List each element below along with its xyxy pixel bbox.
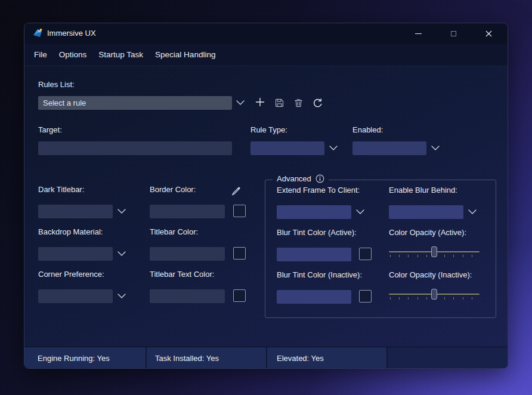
advanced-group-header: Advanced [273,174,329,183]
menu-bar: File Options Startup Task Special Handli… [24,44,508,66]
status-engine: Engine Running: Yes [24,347,146,369]
chevron-down-icon[interactable] [468,209,477,214]
titlebar-color-swatch[interactable] [233,247,246,260]
chevron-down-icon[interactable] [329,146,338,150]
slider-thumb[interactable] [431,289,437,300]
trash-icon [293,98,304,108]
close-icon [485,30,492,37]
menu-options[interactable]: Options [53,44,93,66]
status-spacer [388,347,508,369]
corner-preference-label: Corner Preference: [38,270,104,279]
info-icon[interactable] [316,174,324,183]
chevron-down-icon[interactable] [117,251,126,256]
titlebar: Immersive UX [24,23,508,44]
border-color-label: Border Color: [150,185,196,194]
eyedropper-button[interactable] [230,186,241,196]
rules-combobox[interactable]: Select a rule [38,96,232,110]
save-rule-button[interactable] [274,97,284,108]
maximize-icon [451,31,456,36]
chevron-down-icon[interactable] [117,294,126,298]
opacity-inactive-label: Color Opacity (Inactive): [389,270,472,279]
opacity-active-slider[interactable] [389,246,480,259]
delete-rule-button[interactable] [293,97,304,108]
rules-list-label: Rules List: [38,80,75,89]
opacity-inactive-slider[interactable] [389,288,480,301]
blur-tint-active-swatch[interactable] [359,248,372,260]
chevron-down-icon[interactable] [431,146,440,150]
enable-blur-select[interactable] [389,205,463,219]
blur-tint-inactive-input[interactable] [277,290,351,304]
menu-file[interactable]: File [28,44,53,66]
backdrop-material-select[interactable] [38,247,113,261]
enable-blur-label: Enable Blur Behind: [389,186,457,195]
refresh-icon [313,98,323,108]
dark-titlebar-select[interactable] [38,205,113,218]
status-elevated: Elevated: Yes [267,347,386,369]
close-button[interactable] [475,23,502,44]
target-label: Target: [38,125,62,134]
extend-frame-label: Extend Frame To Client: [277,186,360,195]
refresh-rules-button[interactable] [312,97,323,108]
status-task: Task Installed: Yes [147,347,266,369]
plus-icon [255,97,265,107]
enabled-select[interactable] [352,141,426,155]
add-rule-button[interactable] [255,97,265,107]
rule-type-label: Rule Type: [250,125,287,134]
border-color-swatch[interactable] [233,205,246,217]
enabled-label: Enabled: [352,125,383,134]
minimize-icon [415,33,422,34]
blur-tint-inactive-swatch[interactable] [359,290,372,303]
chevron-down-icon[interactable] [117,209,126,214]
chevron-down-icon[interactable] [236,100,245,105]
corner-preference-select[interactable] [38,289,113,303]
chevron-down-icon[interactable] [356,209,364,214]
rule-type-select[interactable] [250,141,324,155]
dark-titlebar-label: Dark Titlebar: [38,185,84,194]
save-icon [274,98,284,108]
menu-special-handling[interactable]: Special Handling [149,44,221,66]
titlebar-text-color-swatch[interactable] [233,289,246,302]
backdrop-material-label: Backdrop Material: [38,227,103,236]
status-bar: Engine Running: Yes Task Installed: Yes … [24,347,508,369]
maximize-button[interactable] [440,23,467,44]
window-title: Immersive UX [47,23,96,44]
titlebar-color-input[interactable] [150,247,225,261]
slider-thumb[interactable] [431,246,437,257]
opacity-active-label: Color Opacity (Active): [389,228,466,237]
eyedropper-icon [231,186,241,196]
blur-tint-inactive-label: Blur Tint Color (Inactive): [277,270,362,279]
titlebar-text-color-input[interactable] [150,289,225,303]
app-window: Immersive UX File Options Startup Task S… [24,23,508,369]
minimize-button[interactable] [404,23,432,44]
blur-tint-active-label: Blur Tint Color (Active): [277,228,357,237]
titlebar-text-color-label: Titlebar Text Color: [150,270,214,279]
advanced-title: Advanced [277,174,311,183]
blur-tint-active-input[interactable] [277,248,351,261]
advanced-group: Advanced Extend Frame To Client: Enable … [265,180,496,318]
extend-frame-select[interactable] [277,205,351,219]
border-color-input[interactable] [150,205,225,218]
titlebar-color-label: Titlebar Color: [150,227,198,236]
menu-startup-task[interactable]: Startup Task [92,44,149,66]
app-icon [32,27,44,39]
target-input[interactable] [38,141,232,155]
